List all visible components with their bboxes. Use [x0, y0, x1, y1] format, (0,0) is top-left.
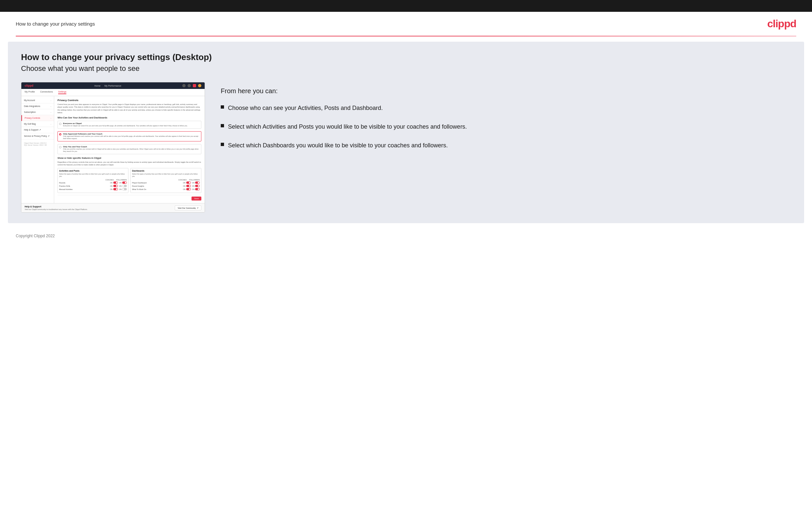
toggle-row-round-insights: Round Insights ON ON: [132, 185, 200, 187]
activities-toggle-header: COACHES FOLLOWERS: [59, 179, 127, 181]
visit-community-button[interactable]: Visit Our Community ↗: [175, 206, 201, 210]
radio-followers-coach[interactable]: Only Approved Followers and Your Coach O…: [57, 131, 201, 142]
sidebar-item-my-account[interactable]: My Account ›: [21, 98, 54, 103]
radio-dot-everyone: [59, 123, 61, 125]
round-insights-followers-toggle[interactable]: ON: [192, 185, 200, 187]
info-panel-heading: From here you can:: [221, 87, 791, 95]
bullet-square-1: [221, 105, 224, 109]
player-dash-followers-toggle[interactable]: ON: [192, 181, 200, 184]
what-to-work-followers-toggle[interactable]: ON: [192, 188, 200, 190]
activities-col: Activities and Posts Select the types of…: [57, 168, 129, 193]
who-can-see-title: Who Can See Your Activities and Dashboar…: [57, 116, 201, 119]
bullet-item-3: Select which Dashboards you would like t…: [221, 142, 791, 150]
chevron-icon: ›: [51, 100, 51, 101]
header-divider: [16, 36, 796, 37]
sidebar-item-my-golf-bag[interactable]: My Golf Bag ›: [21, 121, 54, 127]
manual-followers-toggle[interactable]: ON: [119, 188, 127, 190]
rounds-followers-toggle[interactable]: ON: [119, 181, 127, 184]
app-navbar: clippd Home My Performance: [21, 82, 205, 89]
toggle-row-rounds: Rounds ON ON: [59, 181, 127, 184]
dashboards-col: Dashboards Select the types of activity …: [131, 168, 201, 193]
main-content: How to change your privacy settings (Des…: [8, 42, 804, 223]
radio-label-only-you: Only You and Your Coach: [63, 146, 200, 148]
info-panel: From here you can: Choose who can see yo…: [221, 82, 791, 161]
rounds-coaches-toggle[interactable]: ON: [110, 181, 118, 184]
footer: Copyright Clippd 2022: [0, 228, 812, 243]
what-to-work-coaches-toggle[interactable]: ON: [183, 188, 191, 190]
sidebar-item-privacy-policy[interactable]: Service & Privacy Policy ↗: [21, 133, 54, 139]
chevron-icon: ›: [51, 111, 51, 113]
sidebar-version: Clippd Client Version: 2022.8.2SQL Serve…: [21, 141, 54, 147]
nav-home[interactable]: Home: [94, 84, 101, 87]
activities-col-title: Activities and Posts: [59, 170, 127, 172]
bullet-text-2: Select which Activities and Posts you wo…: [228, 123, 467, 131]
app-screenshot: clippd Home My Performance My Profile: [21, 82, 205, 213]
radio-desc-followers-coach: Only approved followers and coaches you …: [63, 135, 200, 140]
sidebar-item-data-integrations[interactable]: Data Integrations ›: [21, 103, 54, 109]
user-icon[interactable]: [188, 84, 191, 87]
activities-col-desc: Select the types of activity that you'd …: [59, 173, 127, 177]
copyright: Copyright Clippd 2022: [16, 234, 55, 238]
radio-desc-only-you: Only you and the coaches you connect wit…: [63, 148, 200, 153]
sidebar-item-help-support[interactable]: Help & Support ↗: [21, 127, 54, 133]
radio-label-everyone: Everyone on Clippd: [63, 122, 188, 124]
radio-only-you[interactable]: Only You and Your Coach Only you and the…: [57, 144, 201, 154]
round-insights-coaches-toggle[interactable]: ON: [183, 185, 191, 187]
help-section-desc: Visit our Clippd community to troublesho…: [24, 208, 88, 210]
dashboards-col-desc: Select the types of activity that you'd …: [132, 173, 200, 177]
header: How to change your privacy settings clip…: [0, 12, 812, 36]
radio-label-followers-coach: Only Approved Followers and Your Coach: [63, 133, 200, 135]
bullet-text-3: Select which Dashboards you would like t…: [228, 142, 448, 150]
page-subheading: Choose what you want people to see: [21, 64, 791, 73]
bullet-item-2: Select which Activities and Posts you wo…: [221, 123, 791, 131]
bullet-text-1: Choose who can see your Activities, Post…: [228, 104, 383, 112]
help-section-title: Help & Support: [24, 206, 88, 208]
page-heading: How to change your privacy settings (Des…: [21, 52, 791, 62]
bullet-square-3: [221, 143, 224, 146]
help-section: Help & Support Visit our Clippd communit…: [21, 203, 205, 212]
subnav-settings[interactable]: Settings: [58, 91, 66, 94]
practice-followers-toggle[interactable]: ON: [119, 185, 127, 187]
chevron-icon: ›: [51, 117, 51, 119]
two-col-layout: clippd Home My Performance My Profile: [21, 82, 791, 213]
dashboards-toggle-header: COACHES FOLLOWERS: [132, 179, 200, 181]
toggle-row-practice-drills: Practice Drills ON ON: [59, 185, 127, 187]
logo: clippd: [767, 18, 796, 30]
app-brand: clippd: [24, 84, 34, 87]
manual-coaches-toggle[interactable]: ON: [110, 188, 118, 190]
bullet-item-1: Choose who can see your Activities, Post…: [221, 104, 791, 112]
privacy-controls-title: Privacy Controls: [57, 99, 201, 102]
subnav-connections[interactable]: Connections: [40, 91, 53, 94]
player-dash-coaches-toggle[interactable]: ON: [183, 181, 191, 184]
show-hide-desc: Regardless of the privacy controls that …: [57, 161, 201, 166]
search-icon[interactable]: [182, 84, 186, 87]
toggle-row-manual: Manual Activities ON ON: [59, 188, 127, 190]
screenshot-panel: clippd Home My Performance My Profile: [21, 82, 205, 213]
bullet-square-2: [221, 124, 224, 127]
show-hide-section: Show or hide specific features in Clippd…: [57, 157, 201, 201]
toggle-row-what-to-work: What To Work On ON ON: [132, 188, 200, 190]
subnav-my-profile[interactable]: My Profile: [24, 91, 35, 94]
app-navbar-links: Home My Performance: [94, 84, 121, 87]
settings-icon[interactable]: [193, 84, 196, 87]
app-navbar-icons: [182, 84, 201, 87]
activities-dashboards: Activities and Posts Select the types of…: [57, 168, 201, 193]
app-subnav: My Profile Connections Settings: [21, 89, 205, 96]
external-link-icon: ↗: [197, 207, 198, 209]
radio-desc-everyone: Everyone on Clippd can search for you an…: [63, 125, 188, 127]
save-button[interactable]: Save: [192, 196, 201, 201]
radio-dot-followers-coach: [59, 133, 61, 135]
sidebar-item-subscription[interactable]: Subscription ›: [21, 109, 54, 115]
show-hide-title: Show or hide specific features in Clippd: [57, 157, 201, 159]
sidebar-item-privacy-controls[interactable]: Privacy Controls ›: [21, 115, 54, 121]
nav-my-performance[interactable]: My Performance: [104, 84, 121, 87]
avatar-icon[interactable]: [198, 84, 201, 87]
bullet-list: Choose who can see your Activities, Post…: [221, 104, 791, 150]
practice-coaches-toggle[interactable]: ON: [110, 185, 118, 187]
app-sidebar: My Account › Data Integrations › Subscri…: [21, 96, 54, 203]
chevron-icon: ›: [51, 123, 51, 125]
header-title: How to change your privacy settings: [16, 21, 95, 26]
toggle-row-player-dashboard: Player Dashboard ON ON: [132, 181, 200, 184]
top-bar: [0, 0, 812, 12]
radio-everyone[interactable]: Everyone on Clippd Everyone on Clippd ca…: [57, 121, 201, 129]
